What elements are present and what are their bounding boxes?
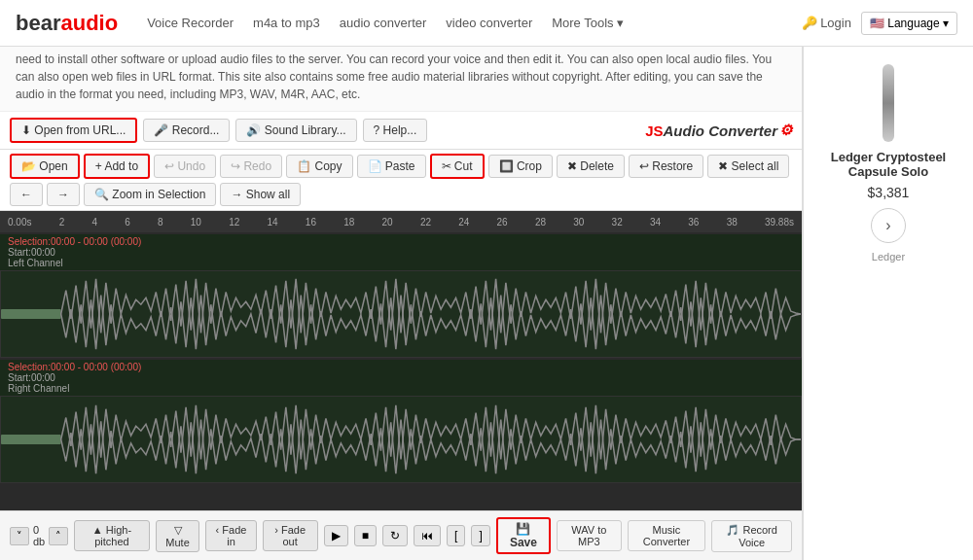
t36: 36 <box>688 217 699 228</box>
mute-button[interactable]: ▽ Mute <box>156 520 200 552</box>
t38: 38 <box>727 217 738 228</box>
arrow-right-button[interactable]: → <box>47 183 80 206</box>
timeline-end: 39.88s <box>765 217 794 228</box>
loop-button[interactable]: ↻ <box>382 525 408 546</box>
bracket-open-button[interactable]: [ <box>447 525 465 546</box>
t6: 6 <box>125 217 130 228</box>
arrow-left-button[interactable]: ← <box>10 183 43 206</box>
description-area: need to install other software or upload… <box>0 47 802 112</box>
paste-button[interactable]: 📄 Paste <box>357 155 426 178</box>
skip-start-button[interactable]: ⏮ <box>414 525 441 546</box>
high-pitched-button[interactable]: ▲ High-pitched <box>74 520 149 551</box>
nav-right: 🔑 Login 🇺🇸 Language ▾ <box>802 12 957 35</box>
volume-label: 0 db <box>33 524 45 547</box>
restore-button[interactable]: ↩ Restore <box>629 155 703 178</box>
waveform-container[interactable]: 0.00s 2 4 6 8 10 12 14 16 18 20 22 24 26… <box>0 211 802 510</box>
ad-product-title: Ledger Cryptosteel Capsule Solo <box>813 150 963 179</box>
js-text: JS <box>645 122 663 139</box>
t26: 26 <box>497 217 508 228</box>
ad-brand: Ledger <box>872 251 905 262</box>
t22: 22 <box>420 217 431 228</box>
undo-button[interactable]: ↩ Undo <box>154 155 216 178</box>
volume-down-button[interactable]: ˅ <box>10 527 29 545</box>
description-text: need to install other software or upload… <box>16 52 772 101</box>
right-channel-selection: Selection:00:00 - 00:00 (00:00) <box>8 362 794 372</box>
nav-more-tools[interactable]: More Tools ▾ <box>552 16 624 30</box>
t30: 30 <box>573 217 584 228</box>
save-button[interactable]: 💾 Save <box>496 517 551 554</box>
wav-to-mp3-button[interactable]: WAV to MP3 <box>557 520 621 551</box>
sound-library-button[interactable]: 🔊 Sound Library... <box>235 119 356 142</box>
fade-in-button[interactable]: ‹ Fade in <box>205 520 256 551</box>
svg-rect-3 <box>1 435 61 444</box>
right-channel-start: Start:00:00 <box>8 372 794 383</box>
login-button[interactable]: 🔑 Login <box>802 16 851 30</box>
zoom-in-button[interactable]: 🔍 Zoom in Selection <box>84 183 216 206</box>
svg-rect-1 <box>1 309 61 319</box>
redo-button[interactable]: ↪ Redo <box>220 155 282 178</box>
logo-bear-text: bear <box>16 11 60 36</box>
t18: 18 <box>343 217 354 228</box>
left-channel-name: Left Channel <box>8 258 794 268</box>
nav-audio-converter[interactable]: audio converter <box>340 16 427 30</box>
t34: 34 <box>650 217 661 228</box>
add-to-button[interactable]: + Add to <box>84 154 150 179</box>
gear-icon: ⚙ <box>779 122 792 139</box>
right-channel-name: Right Channel <box>8 383 794 394</box>
logo: bearaudio <box>16 11 118 36</box>
right-channel-waveform[interactable] <box>0 396 802 483</box>
bottom-bar: ˅ 0 db ˄ ▲ High-pitched ▽ Mute ‹ Fade in… <box>0 510 802 560</box>
audio-converter-text: Audio Converter <box>663 122 777 139</box>
left-waveform-svg: // Generate random waveform bars inline … <box>1 271 801 357</box>
logo-audio-text: audio <box>60 11 118 36</box>
bracket-close-button[interactable]: ] <box>471 525 489 546</box>
t24: 24 <box>458 217 469 228</box>
t10: 10 <box>191 217 201 228</box>
copy-button[interactable]: 📋 Copy <box>286 155 352 178</box>
open-button[interactable]: 📂 Open <box>10 154 80 179</box>
help-button[interactable]: ? Help... <box>363 119 428 142</box>
timeline-start: 0.00s <box>8 217 31 228</box>
nav-video-converter[interactable]: video converter <box>446 16 532 30</box>
nav-m4a-to-mp3[interactable]: m4a to mp3 <box>253 16 320 30</box>
t2: 2 <box>59 217 65 228</box>
cut-button[interactable]: ✂ Cut <box>430 154 485 179</box>
stop-button[interactable]: ■ <box>354 525 377 546</box>
t32: 32 <box>612 217 623 228</box>
t12: 12 <box>229 217 239 228</box>
open-from-url-button[interactable]: ⬇ Open from URL... <box>10 118 137 143</box>
t20: 20 <box>382 217 393 228</box>
delete-button[interactable]: ✖ Delete <box>557 155 625 178</box>
crop-button[interactable]: 🔲 Crop <box>488 155 553 178</box>
ad-next-button[interactable]: › <box>871 208 906 243</box>
toolbar-row2: 📂 Open + Add to ↩ Undo ↪ Redo 📋 Copy 📄 P… <box>0 150 802 211</box>
ad-price: $3,381 <box>868 185 910 200</box>
show-all-button[interactable]: → Show all <box>220 183 301 206</box>
t8: 8 <box>158 217 163 228</box>
language-button[interactable]: 🇺🇸 Language ▾ <box>861 12 957 35</box>
t28: 28 <box>535 217 546 228</box>
nav-voice-recorder[interactable]: Voice Recorder <box>147 16 234 30</box>
select-all-button[interactable]: ✖ Select all <box>707 155 789 178</box>
right-channel-container: Selection:00:00 - 00:00 (00:00) Start:00… <box>0 360 802 483</box>
left-channel-waveform[interactable]: // Generate random waveform bars inline … <box>0 270 802 358</box>
timeline: 0.00s 2 4 6 8 10 12 14 16 18 20 22 24 26… <box>0 211 802 232</box>
record-voice-button[interactable]: 🎵 Record Voice <box>711 520 792 552</box>
right-channel-info: Selection:00:00 - 00:00 (00:00) Start:00… <box>0 360 802 396</box>
navbar: bearaudio Voice Recorder m4a to mp3 audi… <box>0 0 973 47</box>
ad-product-image <box>883 64 894 142</box>
js-audio-branding: JSAudio Converter⚙ <box>645 122 792 139</box>
t16: 16 <box>306 217 316 228</box>
left-channel-info: Selection:00:00 - 00:00 (00:00) Start:00… <box>0 234 802 270</box>
left-channel-container: Selection:00:00 - 00:00 (00:00) Start:00… <box>0 234 802 358</box>
nav-links: Voice Recorder m4a to mp3 audio converte… <box>147 16 801 30</box>
music-converter-button[interactable]: Music Converter <box>628 520 706 551</box>
timeline-labels: 0.00s 2 4 6 8 10 12 14 16 18 20 22 24 26… <box>8 217 794 228</box>
content-left: need to install other software or upload… <box>0 47 803 560</box>
play-button[interactable]: ▶ <box>324 525 348 546</box>
fade-out-button[interactable]: › Fade out <box>263 520 318 551</box>
record-button[interactable]: 🎤 Record... <box>143 119 230 142</box>
sidebar-ad: Ledger Cryptosteel Capsule Solo $3,381 ›… <box>803 47 973 560</box>
left-channel-selection: Selection:00:00 - 00:00 (00:00) <box>8 236 794 247</box>
volume-up-button[interactable]: ˄ <box>49 527 68 545</box>
